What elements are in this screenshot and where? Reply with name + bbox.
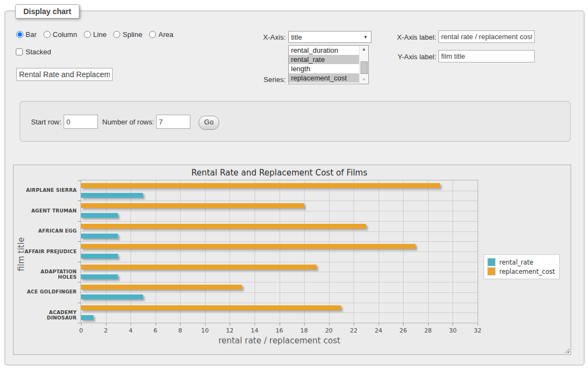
series-listbox[interactable]: rental_duration rental_rate length repla… bbox=[288, 45, 369, 84]
gridline-horizontal bbox=[81, 292, 478, 293]
x-axis-tick-label: 16 bbox=[271, 327, 288, 334]
series-option-rental-rate[interactable]: rental_rate bbox=[289, 55, 359, 64]
x-axis-tick-mark bbox=[280, 323, 280, 325]
gridline-horizontal bbox=[81, 272, 478, 272]
bar-replacement_cost bbox=[81, 203, 304, 208]
x-axis-tick-mark bbox=[329, 323, 330, 325]
go-button[interactable]: Go bbox=[199, 116, 219, 130]
chart-type-bar[interactable]: Bar bbox=[16, 30, 36, 39]
x-axis-tick-label: 20 bbox=[321, 327, 337, 334]
legend-row: rental_rate bbox=[487, 258, 555, 267]
x-axis-tick-mark bbox=[354, 323, 354, 325]
stacked-option[interactable]: Stacked bbox=[16, 48, 51, 56]
bar-rental_rate bbox=[81, 274, 118, 279]
y-axis-category-label: ACADEMY DINOSAUR bbox=[22, 310, 77, 321]
x-axis-tick-label: 4 bbox=[122, 327, 139, 334]
x-axis-tick-label: 26 bbox=[395, 327, 411, 334]
bar-replacement_cost bbox=[81, 183, 440, 188]
scroll-down-icon[interactable]: ▼ bbox=[360, 77, 368, 83]
chart-type-spline[interactable]: Spline bbox=[113, 30, 142, 39]
x-axis-tick-mark bbox=[428, 323, 429, 325]
x-axis-tick-mark bbox=[205, 323, 206, 325]
chart-type-area[interactable]: Area bbox=[149, 30, 173, 39]
x-axis-tick-label: 8 bbox=[172, 327, 188, 334]
bar-replacement_cost bbox=[81, 244, 416, 249]
listbox-scrollbar[interactable]: ▲ ▼ bbox=[359, 46, 368, 84]
x-axis-title: rental rate / replacement cost bbox=[81, 336, 478, 346]
bar-replacement_cost bbox=[81, 285, 242, 290]
legend-row: replacement_cost bbox=[487, 267, 555, 276]
y-axis-tick-mark bbox=[78, 221, 81, 222]
chart-legend: rental_ratereplacement_cost bbox=[484, 254, 560, 279]
chart-type-area-radio[interactable] bbox=[149, 31, 156, 38]
legend-label: rental_rate bbox=[499, 259, 534, 266]
chart-type-bar-radio[interactable] bbox=[16, 31, 23, 38]
x-axis-tick-mark bbox=[304, 323, 305, 325]
x-axis-tick-mark bbox=[230, 323, 230, 325]
x-axis-tick-label: 30 bbox=[444, 327, 461, 334]
chart-type-column-label: Column bbox=[53, 30, 77, 39]
y-axis-category-label: ACE GOLDFINGER bbox=[22, 289, 77, 294]
bar-replacement_cost bbox=[81, 265, 317, 269]
x-axis-tick-label: 18 bbox=[296, 327, 312, 334]
stacked-checkbox[interactable] bbox=[16, 48, 23, 55]
chart-type-bar-label: Bar bbox=[26, 30, 36, 39]
gridline-horizontal bbox=[81, 262, 478, 262]
start-row-label: Start row: bbox=[31, 118, 61, 126]
bar-rental_rate bbox=[81, 234, 118, 239]
scroll-up-icon[interactable]: ▲ bbox=[360, 46, 368, 53]
x-axis-label-caption: X-Axis label: bbox=[375, 33, 436, 41]
chart-type-line-radio[interactable] bbox=[84, 31, 91, 38]
number-of-rows-input[interactable] bbox=[156, 115, 190, 129]
scrollbar-thumb[interactable] bbox=[361, 61, 368, 74]
x-axis-label-input[interactable] bbox=[438, 30, 535, 43]
bar-rental_rate bbox=[81, 193, 143, 198]
y-axis-label-input[interactable] bbox=[438, 50, 535, 62]
legend-swatch-replacement_cost bbox=[487, 267, 496, 275]
bar-replacement_cost bbox=[81, 224, 366, 229]
x-axis-tick-label: 22 bbox=[345, 327, 362, 334]
y-axis-label-caption: Y-Axis label: bbox=[375, 53, 436, 61]
chart-type-spline-radio[interactable] bbox=[113, 31, 120, 38]
x-axis-tick-mark bbox=[106, 323, 107, 325]
chart-type-spline-label: Spline bbox=[122, 30, 142, 39]
gridline-horizontal bbox=[81, 221, 478, 222]
x-axis-tick-label: 10 bbox=[197, 327, 213, 334]
chart-type-column-radio[interactable] bbox=[44, 31, 51, 38]
resize-grip-icon[interactable] bbox=[564, 347, 570, 353]
chart-type-area-label: Area bbox=[158, 30, 173, 39]
bar-rental_rate bbox=[81, 315, 94, 320]
y-axis-tick-mark bbox=[78, 200, 81, 201]
gridline-horizontal bbox=[81, 211, 478, 211]
x-axis-tick-label: 28 bbox=[420, 327, 436, 334]
x-axis-tick-mark bbox=[81, 323, 82, 325]
y-axis-tick-mark bbox=[78, 303, 81, 303]
chart-title-input[interactable] bbox=[16, 68, 113, 81]
series-option-length[interactable]: length bbox=[289, 64, 359, 73]
gridline-horizontal bbox=[81, 191, 478, 191]
x-axis-tick-label: 0 bbox=[73, 327, 89, 334]
chart-title: Rental Rate and Replacement Cost of Film… bbox=[81, 168, 478, 178]
chart-type-column[interactable]: Column bbox=[44, 30, 77, 39]
rows-control-box: Start row: Number of rows: Go bbox=[20, 101, 571, 142]
bar-rental_rate bbox=[81, 294, 143, 299]
chevron-down-icon: ▼ bbox=[363, 35, 368, 40]
gridline-horizontal bbox=[81, 231, 478, 232]
x-axis-select[interactable]: title ▼ bbox=[288, 31, 372, 43]
y-axis-category-label: AFFAIR PREJUDICE bbox=[22, 249, 77, 254]
panel-legend: Display chart bbox=[15, 4, 79, 18]
x-axis-tick-mark bbox=[255, 323, 255, 325]
x-axis-tick-mark bbox=[180, 323, 181, 325]
start-row-input[interactable] bbox=[64, 115, 98, 129]
chart-type-line[interactable]: Line bbox=[84, 30, 107, 39]
series-option-rental-duration[interactable]: rental_duration bbox=[289, 46, 359, 55]
gridline-horizontal bbox=[81, 312, 478, 313]
series-option-replacement-cost[interactable]: replacement_cost bbox=[289, 73, 359, 83]
x-axis-tick-mark bbox=[478, 323, 478, 325]
y-axis-tick-mark bbox=[78, 282, 81, 283]
x-axis-tick-mark bbox=[453, 323, 453, 325]
x-axis-tick-label: 24 bbox=[370, 327, 387, 334]
chart-type-radio-group: Bar Column Line Spline Area bbox=[16, 30, 178, 40]
x-axis-tick-label: 2 bbox=[98, 327, 114, 334]
x-axis-tick-label: 32 bbox=[469, 327, 486, 334]
